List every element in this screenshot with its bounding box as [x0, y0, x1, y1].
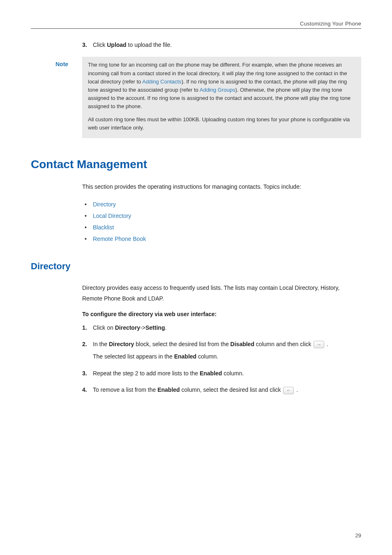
note-body: The ring tone for an incoming call on th… — [82, 57, 361, 138]
text: To remove a list from the — [93, 386, 157, 393]
list-body: Click Upload to upload the file. — [93, 40, 361, 49]
list-number: 4. — [82, 385, 93, 394]
list-body: In the Directory block, select the desir… — [93, 340, 361, 361]
subsection-title-directory: Directory — [31, 261, 361, 272]
upload-step: 3. Click Upload to upload the file. — [82, 40, 361, 49]
note-block: Note The ring tone for an incoming call … — [55, 57, 361, 138]
upload-label: Upload — [107, 42, 126, 48]
directory-label: Directory — [109, 341, 134, 347]
text: block, select the desired list from the — [134, 341, 230, 347]
text: column. — [222, 370, 244, 377]
text: column, select the desired list and clic… — [180, 386, 283, 393]
text: column and then click — [254, 341, 313, 347]
link-remote-phone-book[interactable]: Remote Phone Book — [93, 236, 146, 242]
link-blacklist[interactable]: Blacklist — [93, 224, 114, 231]
link-adding-contacts[interactable]: Adding Contacts — [142, 79, 181, 85]
procedure-heading: To configure the directory via web user … — [82, 311, 361, 317]
list-number: 3. — [82, 369, 93, 378]
step-1: 1. Click on Directory->Setting. — [82, 323, 361, 332]
page-number: 29 — [355, 532, 361, 539]
list-number: 3. — [82, 40, 93, 49]
link-directory[interactable]: Directory — [93, 201, 116, 208]
text: . — [165, 324, 166, 331]
setting-label: Setting — [145, 324, 165, 331]
directory-label: Directory — [115, 324, 140, 331]
page-header: Customizing Your Phone — [31, 21, 361, 29]
text: to upload the file. — [127, 42, 172, 48]
list-item: Blacklist — [82, 222, 361, 233]
text: Click on — [93, 324, 115, 331]
text: . — [325, 341, 328, 347]
enabled-label: Enabled — [157, 386, 180, 393]
text: The selected list appears in the — [93, 353, 174, 360]
list-item: Remote Phone Book — [82, 233, 361, 245]
step-3: 3. Repeat the step 2 to add more lists t… — [82, 369, 361, 378]
section-intro: This section provides the operating inst… — [82, 183, 361, 191]
text: . — [295, 386, 298, 393]
directory-paragraph: Directory provides easy access to freque… — [82, 282, 361, 304]
note-paragraph-2: All custom ring tone files must be withi… — [88, 116, 355, 132]
text: Click — [93, 42, 107, 48]
enabled-label: Enabled — [200, 370, 222, 377]
text: In the — [93, 341, 109, 347]
arrow-left-icon: ← — [283, 387, 294, 394]
enabled-label: Enabled — [174, 353, 196, 360]
step-4: 4. To remove a list from the Enabled col… — [82, 385, 361, 394]
section-title-contact-management: Contact Management — [31, 158, 361, 171]
breadcrumb: Customizing Your Phone — [300, 21, 361, 27]
list-body: Click on Directory->Setting. — [93, 323, 361, 332]
list-item: Local Directory — [82, 210, 361, 222]
link-local-directory[interactable]: Local Directory — [93, 213, 131, 219]
topics-list: Directory Local Directory Blacklist Remo… — [82, 199, 361, 245]
list-body: To remove a list from the Enabled column… — [93, 385, 361, 394]
step-2: 2. In the Directory block, select the de… — [82, 340, 361, 361]
arrow-right-icon: → — [314, 341, 324, 348]
list-body: Repeat the step 2 to add more lists to t… — [93, 369, 361, 378]
note-label: Note — [55, 57, 82, 138]
text: Repeat the step 2 to add more lists to t… — [93, 370, 200, 377]
list-number: 1. — [82, 323, 93, 332]
link-adding-groups[interactable]: Adding Groups — [200, 87, 235, 93]
text: column. — [196, 353, 218, 360]
disabled-label: Disabled — [231, 341, 254, 347]
list-item: Directory — [82, 199, 361, 210]
list-number: 2. — [82, 340, 93, 361]
text: -> — [140, 324, 145, 331]
